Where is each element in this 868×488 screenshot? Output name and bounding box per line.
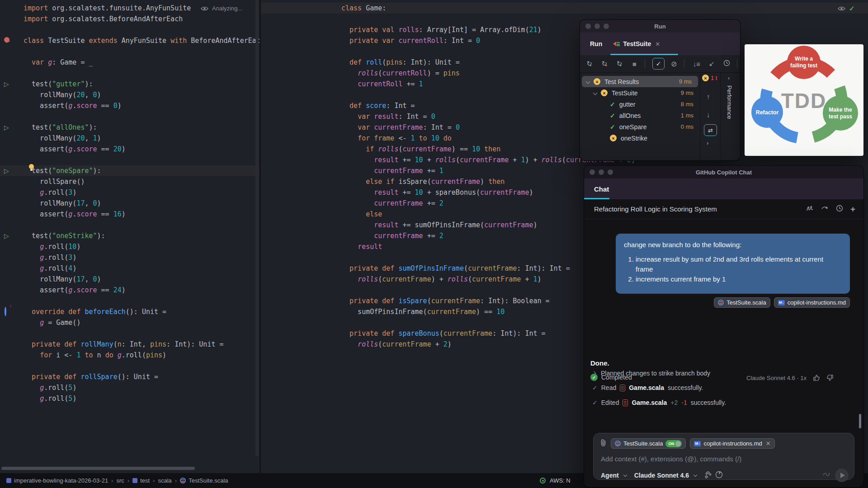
- chip-testsuite-scala[interactable]: TestSuite.scala: [714, 297, 770, 308]
- rerun-failed-button[interactable]: ↻●: [599, 60, 610, 68]
- analyzing-label: Analyzing...: [212, 5, 242, 12]
- new-chat-icon[interactable]: +: [850, 204, 855, 214]
- message-intro: change new branch to do the following:: [624, 240, 842, 250]
- previous-test-button[interactable]: ↑: [707, 93, 710, 100]
- code-line: assert(g.score == 20): [24, 144, 259, 155]
- undo-icon[interactable]: [821, 205, 829, 213]
- test-tree-row[interactable]: ×TestSuite9 ms: [580, 87, 700, 99]
- thumbs-up-icon[interactable]: [813, 374, 820, 381]
- run-test-icon[interactable]: ▷: [4, 232, 12, 240]
- traffic-lights[interactable]: [585, 23, 609, 29]
- intention-bulb-icon[interactable]: [28, 164, 36, 172]
- voice-icon[interactable]: [822, 471, 830, 479]
- run-titlebar[interactable]: Run: [580, 20, 740, 33]
- eye-icon[interactable]: [838, 6, 845, 11]
- history-icon[interactable]: [836, 205, 843, 213]
- code-line: private def rollSpare(): Unit =: [24, 371, 259, 382]
- test-failed-icon: ×: [594, 78, 600, 85]
- tools-icon[interactable]: [704, 471, 712, 480]
- edit-step-row[interactable]: ✓ Edited Game.scala +2 -1 successfully.: [592, 399, 726, 406]
- model-dropdown[interactable]: Claude Sonnet 4.6: [634, 472, 689, 479]
- code-line: g.roll(4): [24, 263, 259, 274]
- test-failed-icon: ×: [601, 89, 608, 96]
- code-line: [24, 111, 259, 122]
- test-tree-row[interactable]: ✓gutter8 ms: [580, 99, 700, 110]
- attach-icon[interactable]: [600, 439, 607, 448]
- test-tree-row[interactable]: ×oneStrike: [580, 132, 700, 144]
- svg-text:test pass: test pass: [829, 113, 852, 120]
- breadcrumb-item[interactable]: src: [116, 477, 124, 484]
- agent-mode-dropdown[interactable]: Agent: [601, 472, 619, 479]
- context-chip-instructions[interactable]: M↓ copilot-instructions.md ✕: [690, 438, 774, 449]
- code-line: g.roll(10): [24, 241, 259, 252]
- user-message-bubble: change new branch to do the following: i…: [616, 234, 850, 294]
- collapse-icon[interactable]: ‹: [728, 75, 730, 81]
- test-tree-row[interactable]: ✓allOnes1 ms: [580, 110, 700, 121]
- test-history-button[interactable]: [721, 60, 732, 68]
- code-line: override def beforeEach(): Unit =: [24, 306, 259, 317]
- svg-text:Refactor: Refactor: [756, 109, 779, 116]
- sort-by-duration-button[interactable]: ↓≡: [691, 60, 702, 68]
- rerun-button[interactable]: ↻▸: [584, 60, 595, 68]
- copilot-titlebar[interactable]: GitHub Copilot Chat: [584, 166, 863, 178]
- send-icon: [840, 473, 845, 478]
- code-line: rollMany(17, 0): [24, 274, 259, 285]
- rerun-automatically-toggle[interactable]: ⇄: [704, 124, 717, 136]
- run-tool-window[interactable]: Run Run TestSuite ✕ ↻▸ ↻● ↻▸ ■ ✓ ⊘ ↓≡ ↙: [580, 20, 740, 160]
- run-class-icon[interactable]: ▷: [4, 37, 12, 45]
- read-step-row[interactable]: ✓ Read Game.scala successfully.: [592, 384, 703, 391]
- send-button[interactable]: [835, 469, 849, 482]
- stop-button[interactable]: ■: [629, 60, 640, 68]
- breadcrumb-item[interactable]: TestSuite.scala: [180, 477, 228, 484]
- test-tree-row[interactable]: ✓oneSpare0 ms: [580, 121, 700, 132]
- tab-testsuite[interactable]: TestSuite ✕: [613, 40, 660, 47]
- show-passed-toggle[interactable]: ✓: [652, 58, 665, 70]
- breadcrumb-item[interactable]: test: [132, 477, 150, 484]
- inspection-widget-right[interactable]: ✓: [838, 5, 855, 13]
- remove-chip-icon[interactable]: ✕: [766, 440, 771, 447]
- markdown-icon: M↓: [694, 441, 701, 446]
- chat-scrollbar[interactable]: [859, 414, 861, 428]
- breadcrumb-item[interactable]: imperative-bowling-kata-2026-03-21: [6, 477, 108, 484]
- rerun-auto-button[interactable]: ↻▸: [613, 60, 625, 68]
- run-test-icon[interactable]: ▷: [4, 80, 12, 88]
- message-list: increase result by sum of 2nd and 3rd ro…: [636, 254, 842, 284]
- breadcrumb-item[interactable]: scala: [158, 477, 171, 484]
- vertical-scrollbar[interactable]: [255, 0, 259, 456]
- editor-testsuite[interactable]: import org.scalatest.funsuite.AnyFunSuit…: [0, 0, 259, 473]
- tab-chat[interactable]: Chat: [594, 185, 609, 193]
- completed-icon: ✓: [590, 374, 598, 381]
- next-test-button[interactable]: ↓: [707, 111, 710, 118]
- code-line: [24, 46, 259, 57]
- thumbs-down-icon[interactable]: [826, 374, 834, 381]
- usage-meter-icon[interactable]: [715, 471, 723, 480]
- scribble-icon[interactable]: [806, 205, 814, 213]
- context-chip-testsuite[interactable]: TestSuite.scala ON: [611, 438, 686, 449]
- conversation-title: Refactoring Roll Logic in Scoring System: [594, 205, 717, 213]
- chat-input-placeholder[interactable]: Add context (#), extensions (@), command…: [601, 455, 741, 463]
- show-ignored-toggle[interactable]: ⊘: [668, 60, 679, 68]
- chat-input-box[interactable]: TestSuite.scala ON M↓ copilot-instructio…: [593, 433, 854, 480]
- traffic-lights[interactable]: [590, 169, 613, 175]
- inspections-ok-icon: ✓: [849, 5, 855, 13]
- code-line: rollMany(17, 0): [24, 198, 259, 209]
- test-tree-row[interactable]: ×Test Results9 ms: [582, 76, 698, 87]
- aws-status[interactable]: AWS: N: [540, 477, 571, 484]
- horizontal-scrollbar[interactable]: [1, 467, 195, 470]
- expand-icon[interactable]: ›: [707, 140, 708, 146]
- run-test-icon[interactable]: ▷: [4, 123, 12, 131]
- test-passed-icon: ✓: [610, 123, 615, 131]
- code-line: assert(g.score == 24): [24, 285, 259, 296]
- copilot-window-title: GitHub Copilot Chat: [696, 169, 752, 176]
- context-toggle-on[interactable]: ON: [665, 440, 682, 447]
- tab-performance[interactable]: Performance: [726, 85, 733, 119]
- eye-icon[interactable]: [201, 6, 208, 11]
- close-tab-icon[interactable]: ✕: [655, 41, 660, 47]
- chip-copilot-instructions[interactable]: M↓ copilot-instructions.md: [774, 297, 850, 308]
- breadcrumb[interactable]: imperative-bowling-kata-2026-03-21›src›t…: [6, 477, 228, 484]
- copilot-chat-window[interactable]: GitHub Copilot Chat Chat Refactoring Rol…: [584, 166, 863, 487]
- override-icon[interactable]: [5, 308, 13, 316]
- import-results-button[interactable]: ↙: [706, 60, 717, 68]
- inspection-widget-left[interactable]: Analyzing...: [201, 5, 242, 12]
- run-test-icon[interactable]: ▷: [4, 167, 12, 175]
